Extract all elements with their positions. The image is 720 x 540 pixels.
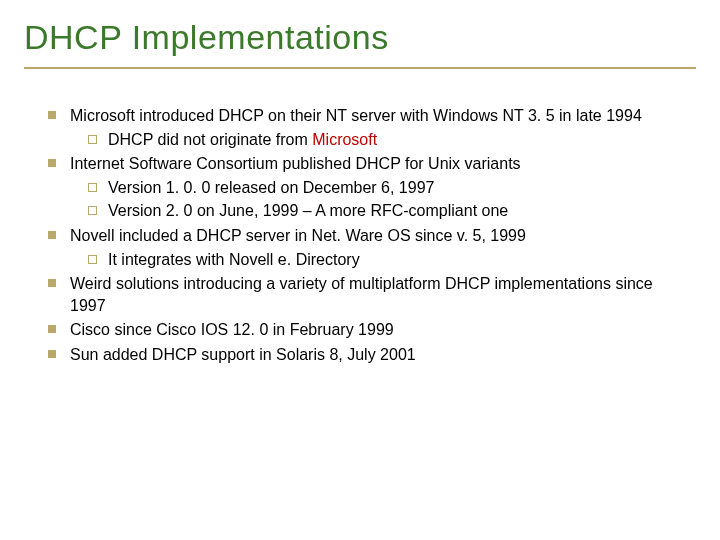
slide: DHCP Implementations Microsoft introduce…	[0, 0, 720, 540]
list-item: Novell included a DHCP server in Net. Wa…	[44, 225, 686, 270]
sub-list-item: It integrates with Novell e. Directory	[70, 249, 686, 271]
bullet-list: Microsoft introduced DHCP on their NT se…	[44, 105, 686, 366]
sub-item-text: DHCP did not originate from	[108, 131, 312, 148]
item-text: Internet Software Consortium published D…	[70, 155, 521, 172]
item-text: Microsoft introduced DHCP on their NT se…	[70, 107, 642, 124]
item-text: Cisco since Cisco IOS 12. 0 in February …	[70, 321, 394, 338]
item-text: Weird solutions introducing a variety of…	[70, 275, 653, 314]
slide-title: DHCP Implementations	[24, 18, 696, 69]
sub-list: DHCP did not originate from Microsoft	[70, 129, 686, 151]
list-item: Internet Software Consortium published D…	[44, 153, 686, 222]
item-text: Novell included a DHCP server in Net. Wa…	[70, 227, 526, 244]
sub-item-highlight: Microsoft	[312, 131, 377, 148]
sub-item-text: Version 2. 0 on June, 1999 – A more RFC-…	[108, 202, 508, 219]
slide-content: Microsoft introduced DHCP on their NT se…	[24, 105, 696, 366]
sub-list: It integrates with Novell e. Directory	[70, 249, 686, 271]
sub-list-item: Version 2. 0 on June, 1999 – A more RFC-…	[70, 200, 686, 222]
sub-list-item: Version 1. 0. 0 released on December 6, …	[70, 177, 686, 199]
list-item: Weird solutions introducing a variety of…	[44, 273, 686, 316]
list-item: Cisco since Cisco IOS 12. 0 in February …	[44, 319, 686, 341]
sub-item-text: It integrates with Novell e. Directory	[108, 251, 360, 268]
list-item: Sun added DHCP support in Solaris 8, Jul…	[44, 344, 686, 366]
sub-list: Version 1. 0. 0 released on December 6, …	[70, 177, 686, 222]
sub-item-text: Version 1. 0. 0 released on December 6, …	[108, 179, 434, 196]
item-text: Sun added DHCP support in Solaris 8, Jul…	[70, 346, 416, 363]
sub-list-item: DHCP did not originate from Microsoft	[70, 129, 686, 151]
list-item: Microsoft introduced DHCP on their NT se…	[44, 105, 686, 150]
